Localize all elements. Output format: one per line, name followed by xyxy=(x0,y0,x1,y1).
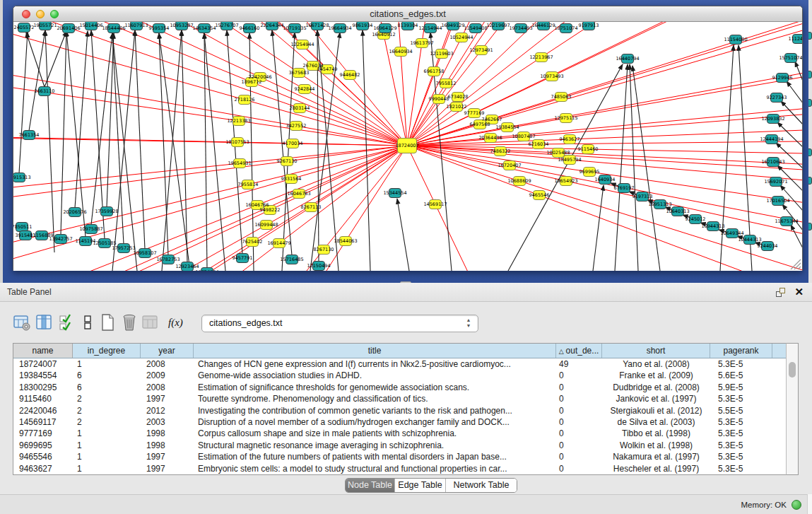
resize-grip-icon[interactable] xyxy=(791,259,801,269)
graph-node-label: 9595354 xyxy=(149,25,170,31)
table-row[interactable]: 1456911722003Disruption of a novel membe… xyxy=(13,416,798,428)
table-cell: 1997 xyxy=(141,451,194,462)
table-row[interactable]: 1872400712008Changes of HCN gene express… xyxy=(13,358,798,370)
citation-edge xyxy=(593,185,604,271)
window-titlebar[interactable]: citations_edges.txt xyxy=(13,6,802,22)
tab-edge-table[interactable]: Edge Table xyxy=(395,479,446,492)
graph-node-label: 7661354 xyxy=(19,132,40,138)
sort-ascending-icon: △ xyxy=(559,348,564,355)
table-row[interactable]: 946554611997Estimation of the future num… xyxy=(13,451,798,462)
graph-node-label: 12923464 xyxy=(175,264,199,269)
show-columns-icon[interactable] xyxy=(35,313,54,332)
column-header-short[interactable]: short xyxy=(602,344,710,358)
delete-column-icon[interactable] xyxy=(120,313,139,332)
citation-edge xyxy=(566,181,802,271)
close-panel-icon[interactable]: ✕ xyxy=(794,286,804,298)
graph-node-label: 19915313 xyxy=(13,175,31,180)
table-row[interactable]: 2242004622012Investigating the contribut… xyxy=(13,405,798,416)
table-cell: 19384554 xyxy=(13,370,73,381)
table-row[interactable]: 911546021997Tourette syndrome. Phenomeno… xyxy=(13,393,798,404)
graph-node-label: 10025488 xyxy=(546,150,570,156)
column-header-out_de[interactable]: △out_de... xyxy=(556,344,602,358)
graph-node-label: 14634354 xyxy=(192,25,216,31)
function-builder-icon[interactable]: f(x) xyxy=(168,313,191,332)
table-select-dropdown[interactable]: citations_edges.txt ▲▼ xyxy=(201,315,478,332)
table-cell: 1997 xyxy=(141,393,194,404)
graph-node-label: 19055721 xyxy=(33,23,57,28)
graph-node-label: 18751074 xyxy=(554,25,577,31)
graph-node-label: 15344554 xyxy=(383,190,406,196)
table-cell: Franke et al. (2009) xyxy=(602,370,710,381)
scrollbar-thumb[interactable] xyxy=(789,362,796,378)
table-settings-icon[interactable] xyxy=(13,313,31,332)
graph-node-label: 20364436 xyxy=(478,135,502,141)
graph-node-label: 9699695 xyxy=(579,169,600,175)
graph-node-label: 9777169 xyxy=(464,110,485,116)
table-row[interactable]: 969969511998Structural magnetic resonanc… xyxy=(13,440,798,451)
column-header-pagerank[interactable]: pagerank xyxy=(710,344,772,358)
memory-status-indicator xyxy=(792,500,801,510)
table-panel-title: Table Panel xyxy=(7,283,52,302)
citation-edge xyxy=(457,22,802,107)
network-canvas[interactable]: 1872400722420046189671227181261221338318… xyxy=(13,22,802,271)
column-header-title[interactable]: title xyxy=(194,344,556,358)
table-cell: 0 xyxy=(556,416,602,428)
citation-edge xyxy=(282,33,295,271)
graph-node-label: 18107553 xyxy=(225,139,249,145)
citation-edge xyxy=(397,199,409,271)
background-window-sliver xyxy=(808,0,812,283)
table-row[interactable]: 977716911998Corpus callosum shape and si… xyxy=(13,428,798,439)
citation-edge xyxy=(135,30,145,249)
table-row[interactable]: 946362711997Embryonic stem cells: a mode… xyxy=(13,463,798,474)
table-cell: Stergiakouli et al. (2012) xyxy=(602,405,710,416)
graph-node-label: 19654923 xyxy=(554,178,577,184)
graph-node-label: 8139304 xyxy=(398,23,418,28)
graph-node-label: 7955814 xyxy=(238,182,259,187)
delete-table-icon[interactable] xyxy=(141,313,160,332)
table-cell: 0 xyxy=(556,370,602,381)
graph-node-label: 16046763 xyxy=(287,191,310,197)
table-cell: 0 xyxy=(556,451,602,462)
citation-edge xyxy=(45,30,54,252)
table-row[interactable]: 1830029562008Estimation of significance … xyxy=(13,382,798,393)
tab-network-table[interactable]: Network Table xyxy=(446,479,517,492)
row-height-icon[interactable] xyxy=(79,313,98,332)
graph-node-label: 16964129 xyxy=(373,25,396,31)
column-header-name[interactable]: name xyxy=(13,344,73,358)
table-cell: Yano et al. (2008) xyxy=(602,358,710,370)
citation-edge xyxy=(240,146,407,163)
table-cell: Hescheler et al. (1997) xyxy=(602,463,710,474)
citation-network-graph[interactable]: 1872400722420046189671227181261221338318… xyxy=(13,22,802,271)
graph-node-label: 9227343 xyxy=(767,95,787,100)
citation-edge xyxy=(615,64,628,271)
node-fragment xyxy=(808,177,812,185)
graph-node-label: 7625402 xyxy=(242,239,263,245)
tab-node-table[interactable]: Node Table xyxy=(346,479,395,492)
graph-node-label: 7486322 xyxy=(490,148,511,154)
graph-node-label: 16914479 xyxy=(267,240,290,246)
new-column-icon[interactable] xyxy=(99,313,117,332)
citation-edge xyxy=(299,73,407,146)
table-cell: 0 xyxy=(556,428,602,439)
column-header-in_degree[interactable]: in_degree xyxy=(73,344,141,358)
float-panel-icon[interactable] xyxy=(776,288,785,297)
citation-edge xyxy=(795,62,802,83)
graph-node-label: 7955812 xyxy=(436,81,457,86)
dropdown-stepper-icon: ▲▼ xyxy=(465,317,472,330)
select-attributes-icon[interactable] xyxy=(58,313,76,332)
table-cell: Genome-wide association studies in ADHD. xyxy=(194,370,556,381)
table-cell: 5.3E-5 xyxy=(710,463,772,474)
graph-node-label: 16944313 xyxy=(701,223,724,229)
table-vertical-scrollbar[interactable] xyxy=(786,343,799,475)
table-row[interactable]: 1938455462009Genome-wide association stu… xyxy=(13,370,798,381)
table-cell: 1998 xyxy=(141,440,194,451)
graph-node-label: 15751074 xyxy=(779,55,802,61)
network-view-window: citations_edges.txt 1872400722 xyxy=(13,6,803,271)
table-cell: 2 xyxy=(73,405,141,416)
column-header-year[interactable]: year xyxy=(141,344,194,358)
graph-node-label: 11549408 xyxy=(464,25,487,31)
table-cell: Tibbo et al. (1998) xyxy=(602,428,710,439)
graph-node-label: 12154944 xyxy=(418,25,442,31)
graph-node-label: 17359928 xyxy=(95,209,118,214)
citation-edge xyxy=(13,132,293,144)
